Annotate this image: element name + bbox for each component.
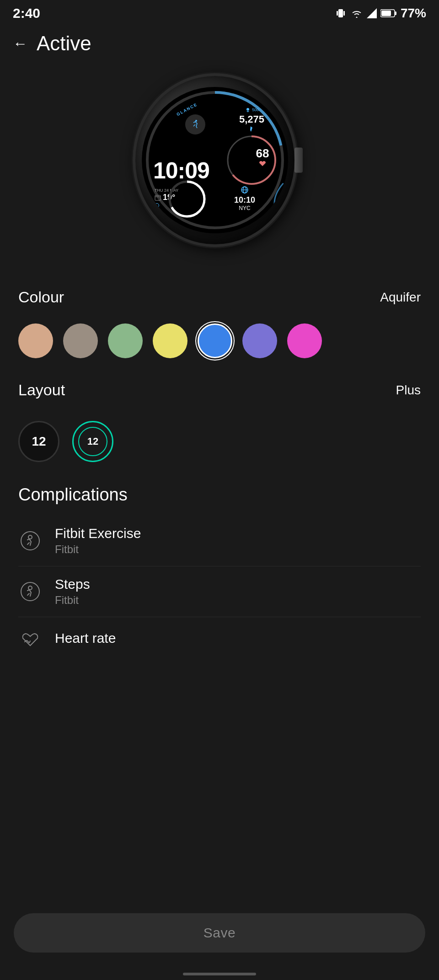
signal-icon: [367, 8, 377, 18]
colour-section: Colour Aquifer: [0, 284, 439, 372]
exercise-icon: [185, 114, 205, 135]
complications-title: Complications: [18, 485, 421, 505]
exercise-complication-text: Fitbit Exercise Fitbit: [55, 526, 421, 556]
color-swatch-sage[interactable]: [108, 323, 143, 358]
svg-rect-1: [337, 11, 338, 16]
steps-max-label: 500: [239, 107, 264, 113]
heart-icon: [259, 161, 266, 169]
colour-label: Colour: [18, 288, 64, 306]
battery-percent: 77%: [401, 6, 426, 21]
layout-header: Layout Plus: [18, 381, 421, 399]
svg-point-23: [28, 586, 32, 590]
svg-rect-5: [395, 11, 396, 15]
exercise-name: Fitbit Exercise: [55, 526, 421, 541]
wifi-icon: [350, 8, 363, 18]
svg-marker-3: [367, 8, 377, 18]
save-area: Save: [0, 899, 439, 962]
page-title: Active: [37, 32, 91, 55]
back-button[interactable]: ←: [13, 35, 27, 52]
battery-icon: [380, 9, 397, 18]
layout-section: Layout Plus 12 12: [0, 372, 439, 476]
heartrate-complication-icon: [18, 627, 42, 651]
status-time: 2:40: [13, 5, 40, 21]
steps-name: Steps: [55, 576, 421, 592]
steps-ring: [166, 178, 208, 220]
watch-preview: GLANCE 500: [0, 64, 439, 284]
steps-complication-text: Steps Fitbit: [55, 576, 421, 607]
steps-complication-icon: [18, 580, 42, 603]
status-icons: 77%: [335, 6, 426, 21]
vibrate-icon: [335, 7, 347, 19]
watch-face: GLANCE 500: [142, 87, 288, 233]
color-swatch-pink[interactable]: [287, 323, 322, 358]
world-city: NYC: [234, 205, 255, 211]
watch-outer: GLANCE 500: [133, 73, 297, 247]
svg-point-21: [28, 535, 32, 539]
steps-subtitle: Fitbit: [55, 594, 421, 607]
header: ← Active: [0, 25, 439, 64]
world-time: 10:10: [234, 195, 255, 205]
watch-content: GLANCE 500: [142, 87, 288, 233]
right-arc: [261, 183, 284, 224]
layout-ring-inner: 12: [78, 427, 107, 456]
watch-crown: [294, 148, 303, 173]
globe-icon: [241, 186, 248, 194]
layout-options: 12 12: [18, 412, 421, 476]
color-swatch-taupe[interactable]: [63, 323, 98, 358]
svg-rect-6: [381, 11, 391, 16]
steps-count: 5,275: [239, 113, 264, 125]
heartrate-complication-text: Heart rate: [55, 630, 421, 648]
color-swatch-yellow[interactable]: [153, 323, 187, 358]
colour-header: Colour Aquifer: [18, 288, 421, 306]
watch-container: GLANCE 500: [133, 73, 306, 265]
layout-label: Layout: [18, 381, 65, 399]
complications-section: Complications Fitbit Exercise Fitbit: [0, 476, 439, 661]
svg-rect-13: [155, 195, 161, 200]
svg-point-11: [195, 120, 197, 122]
complication-heartrate[interactable]: Heart rate: [18, 617, 421, 661]
home-indicator: [183, 973, 256, 975]
steps-icon: [239, 125, 264, 133]
layout-value: Plus: [396, 383, 421, 398]
calendar-icon: [155, 194, 161, 201]
colour-swatches: [18, 319, 421, 372]
status-bar: 2:40 77%: [0, 0, 439, 25]
heartrate-name: Heart rate: [55, 630, 421, 646]
color-swatch-peach[interactable]: [18, 323, 53, 358]
heart-rate-display: 68: [245, 140, 280, 175]
svg-rect-0: [338, 9, 343, 17]
colour-value: Aquifer: [380, 290, 421, 305]
layout-ring[interactable]: 12: [72, 421, 113, 462]
svg-point-12: [246, 108, 249, 111]
complication-exercise[interactable]: Fitbit Exercise Fitbit: [18, 516, 421, 566]
layout-simple[interactable]: 12: [18, 421, 59, 462]
save-button[interactable]: Save: [14, 913, 425, 953]
color-swatch-blue[interactable]: [198, 323, 232, 358]
svg-rect-2: [343, 11, 345, 16]
color-swatch-lavender[interactable]: [242, 323, 277, 358]
steps-display: 500 5,275: [239, 107, 264, 133]
complication-steps[interactable]: Steps Fitbit: [18, 566, 421, 617]
world-time-display: 10:10 NYC: [234, 186, 255, 211]
exercise-complication-icon: [18, 529, 42, 553]
exercise-subtitle: Fitbit: [55, 543, 421, 556]
